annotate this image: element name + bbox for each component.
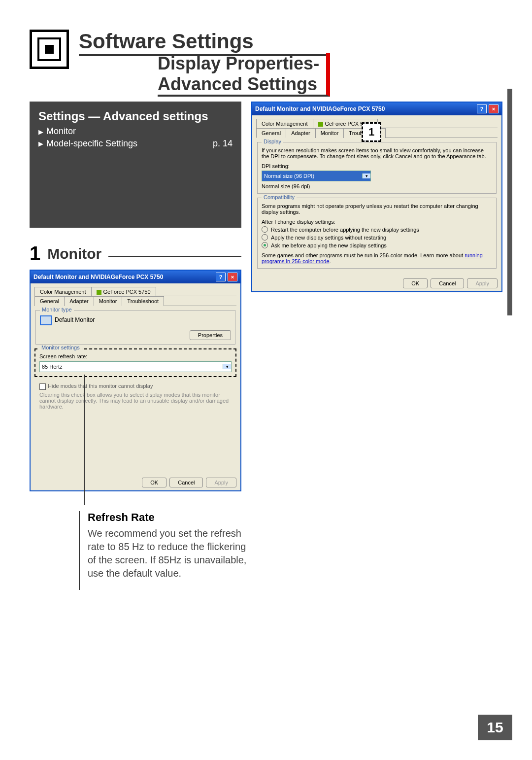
page-number: 15 bbox=[478, 715, 512, 740]
refresh-desc: We recommend you set the refresh rate to… bbox=[88, 527, 255, 580]
ok-button[interactable]: OK bbox=[403, 278, 428, 288]
section-1-label: Monitor bbox=[47, 245, 101, 262]
title-display-properties: Display Properties- Advanced Settings bbox=[158, 53, 330, 97]
logo-icon bbox=[30, 30, 69, 69]
chevron-down-icon[interactable]: ▾ bbox=[223, 364, 231, 369]
refresh-rate-select[interactable]: 85 Hertz ▾ bbox=[39, 361, 232, 372]
vertical-line bbox=[79, 511, 80, 590]
cancel-button[interactable]: Cancel bbox=[431, 278, 464, 288]
hide-modes-label: Hide modes that this monitor cannot disp… bbox=[48, 383, 153, 389]
close-icon[interactable]: × bbox=[228, 273, 237, 281]
tab-general[interactable]: General bbox=[34, 296, 65, 306]
toc-monitor: Monitor bbox=[38, 126, 233, 137]
compat-games: Some games and other programs must be ru… bbox=[262, 252, 492, 264]
dialog-monitor: Default Monitor and NVIDIAGeForce PCX 57… bbox=[30, 270, 241, 491]
ok-button[interactable]: OK bbox=[142, 478, 166, 487]
title-software-settings: Software Settings bbox=[79, 30, 330, 56]
radio-ask[interactable]: Ask me before applying the new display s… bbox=[262, 242, 492, 248]
toc-box: Settings — Advanced settings Monitor Mod… bbox=[30, 102, 241, 228]
help-icon[interactable]: ? bbox=[477, 104, 487, 113]
dialog-general-title: Default Monitor and NVIDIAGeForce PCX 57… bbox=[252, 103, 501, 115]
connector-line bbox=[84, 375, 85, 505]
cancel-button[interactable]: Cancel bbox=[169, 478, 203, 487]
hide-modes-checkbox[interactable] bbox=[39, 383, 46, 390]
tab-color-management[interactable]: Color Management bbox=[256, 119, 313, 128]
group-monitor-type: Monitor type bbox=[40, 307, 74, 312]
compat-after: After I change display settings: bbox=[262, 219, 492, 225]
dpi-note: Normal size (96 dpi) bbox=[262, 183, 492, 189]
tab-color-management[interactable]: Color Management bbox=[34, 287, 92, 296]
section-1-head: 1 Monitor bbox=[30, 242, 241, 265]
tab-monitor[interactable]: Monitor bbox=[315, 128, 344, 138]
radio-apply-no-restart[interactable]: Apply the new display settings without r… bbox=[262, 234, 492, 241]
toc-model-specific: Model-specific Settings bbox=[38, 138, 137, 149]
refresh-title: Refresh Rate bbox=[88, 511, 255, 524]
properties-button[interactable]: Properties bbox=[190, 330, 231, 340]
side-strip bbox=[507, 89, 512, 315]
group-monitor-settings: Monitor settings bbox=[39, 345, 82, 350]
hide-modes-desc: Clearing this check box allows you to se… bbox=[39, 392, 232, 410]
help-icon[interactable]: ? bbox=[216, 273, 226, 281]
chevron-down-icon[interactable]: ▾ bbox=[362, 173, 370, 178]
radio-restart[interactable]: Restart the computer before applying the… bbox=[262, 226, 492, 233]
callout-1: 1 bbox=[362, 122, 381, 142]
refresh-rate-label: Screen refresh rate: bbox=[39, 353, 232, 359]
tab-monitor[interactable]: Monitor bbox=[94, 296, 123, 306]
apply-button[interactable]: Apply bbox=[467, 278, 498, 288]
dialog-monitor-title: Default Monitor and NVIDIAGeForce PCX 57… bbox=[31, 271, 240, 283]
group-compatibility: Compatibility bbox=[262, 194, 297, 200]
compat-desc: Some programs might not operate properly… bbox=[262, 203, 492, 215]
dialog-general: Default Monitor and NVIDIAGeForce PCX 57… bbox=[251, 102, 502, 292]
tab-geforce[interactable]: GeForce PCX 5750 bbox=[91, 287, 156, 296]
tab-adapter[interactable]: Adapter bbox=[286, 128, 316, 138]
group-display: Display bbox=[262, 138, 283, 144]
monitor-name: Default Monitor bbox=[55, 316, 95, 323]
apply-button[interactable]: Apply bbox=[206, 478, 236, 487]
display-desc: If your screen resolution makes screen i… bbox=[262, 147, 492, 159]
toc-title: Settings — Advanced settings bbox=[38, 109, 233, 123]
section-1-num: 1 bbox=[30, 242, 40, 265]
close-icon[interactable]: × bbox=[489, 104, 499, 113]
toc-page-ref: p. 14 bbox=[213, 138, 233, 149]
page-header: Software Settings Display Properties- Ad… bbox=[0, 0, 532, 97]
dpi-label: DPI setting: bbox=[262, 163, 492, 169]
tab-general[interactable]: General bbox=[256, 128, 286, 138]
tab-troubleshoot[interactable]: Troubleshoot bbox=[122, 296, 164, 306]
tab-adapter[interactable]: Adapter bbox=[64, 296, 94, 306]
dpi-select[interactable]: Normal size (96 DPI) ▾ bbox=[262, 171, 371, 181]
monitor-icon bbox=[40, 315, 52, 325]
refresh-rate-section: Refresh Rate We recommend you set the re… bbox=[0, 511, 532, 590]
